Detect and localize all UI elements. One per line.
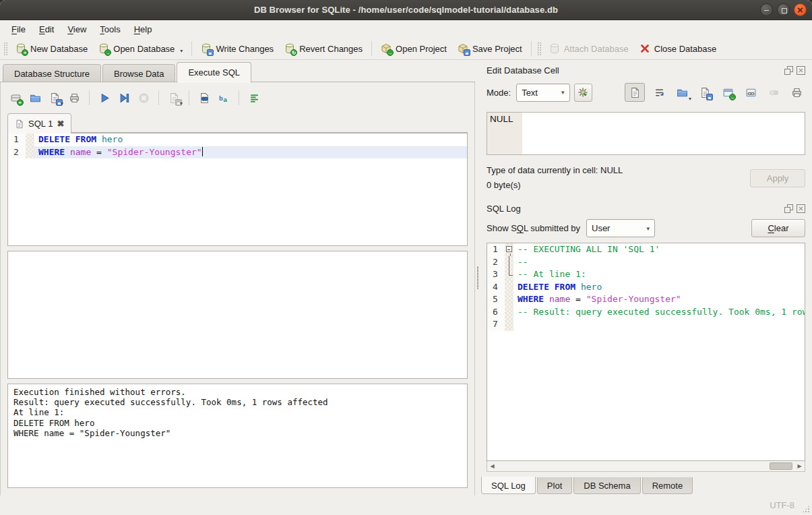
export-data-button[interactable] bbox=[696, 84, 714, 100]
scrollbar-thumb[interactable] bbox=[770, 462, 792, 470]
sql-log-panel-header: SQL Log bbox=[487, 204, 805, 214]
dropdown-arrow-icon: ▾ bbox=[180, 101, 183, 107]
chevron-down-icon: ▾ bbox=[561, 89, 565, 96]
menu-tools[interactable]: Tools bbox=[94, 22, 126, 36]
tab-database-structure[interactable]: Database Structure bbox=[3, 64, 101, 82]
sql-1-tab[interactable]: SQL 1 ✖ bbox=[7, 113, 71, 133]
gear-icon bbox=[577, 87, 588, 98]
open-in-app-button[interactable] bbox=[742, 84, 759, 100]
code-line: 2-- bbox=[487, 256, 805, 269]
execute-all-button[interactable] bbox=[96, 90, 113, 106]
dropdown-arrow-icon: ▾ bbox=[61, 101, 63, 107]
horizontal-scrollbar[interactable]: ◀ ▶ bbox=[487, 461, 805, 472]
open-in-external-button[interactable] bbox=[719, 84, 737, 100]
tab-execute-sql[interactable]: Execute SQL bbox=[177, 62, 251, 83]
database-open-icon bbox=[98, 43, 109, 54]
save-results-button[interactable]: ▾ bbox=[166, 90, 182, 106]
clear-log-button[interactable]: Clear bbox=[751, 219, 805, 237]
menu-help[interactable]: Help bbox=[128, 22, 158, 36]
project-save-icon bbox=[458, 43, 468, 54]
code-line: 1DELETE FROM hero bbox=[8, 133, 467, 146]
document-icon bbox=[15, 119, 24, 129]
code-line: 6-- Result: query executed successfully.… bbox=[487, 306, 805, 319]
code-line: 1-- EXECUTING ALL IN 'SQL 1' bbox=[487, 243, 805, 256]
close-database-button[interactable]: Close Database bbox=[634, 40, 722, 57]
title-bar: DB Browser for SQLite - /home/user/code/… bbox=[0, 0, 812, 20]
cell-editor-controls: Mode: Text ▾ ▾ bbox=[487, 82, 805, 102]
save-file-icon bbox=[49, 92, 61, 104]
close-window-button[interactable] bbox=[794, 3, 807, 16]
open-sql-file-button[interactable] bbox=[27, 90, 43, 106]
word-wrap-icon bbox=[654, 87, 665, 98]
scroll-right-icon[interactable]: ▶ bbox=[794, 461, 805, 471]
word-wrap-button[interactable] bbox=[650, 84, 668, 100]
float-panel-icon[interactable] bbox=[784, 204, 793, 213]
new-tab-icon bbox=[10, 92, 22, 104]
set-null-button[interactable] bbox=[765, 84, 782, 100]
splitter-handle[interactable] bbox=[7, 246, 468, 251]
print-cell-button[interactable] bbox=[788, 84, 805, 100]
close-panel-icon[interactable] bbox=[797, 204, 805, 213]
execution-message-pane[interactable]: Execution finished without errors. Resul… bbox=[7, 384, 468, 488]
text-mode-toggle[interactable] bbox=[625, 83, 645, 102]
scroll-left-icon[interactable]: ◀ bbox=[487, 461, 497, 471]
format-sql-button[interactable] bbox=[246, 90, 262, 106]
window-arrow-icon bbox=[722, 87, 734, 98]
execute-current-line-button[interactable] bbox=[116, 90, 132, 106]
mode-select[interactable]: Text ▾ bbox=[516, 84, 569, 102]
minimize-button[interactable] bbox=[760, 3, 773, 16]
play-to-line-icon bbox=[119, 92, 130, 104]
tab-browse-data[interactable]: Browse Data bbox=[102, 64, 175, 82]
revert-changes-button[interactable]: Revert Changes bbox=[279, 40, 368, 57]
vertical-splitter[interactable] bbox=[475, 60, 480, 495]
menu-file[interactable]: File bbox=[5, 22, 32, 36]
new-database-button[interactable]: New Database bbox=[10, 40, 93, 57]
resize-grip-icon[interactable] bbox=[802, 505, 810, 513]
attach-database-button[interactable]: Attach Database bbox=[544, 40, 634, 57]
import-data-button[interactable]: ▾ bbox=[673, 84, 691, 100]
menu-edit[interactable]: Edit bbox=[33, 22, 60, 36]
database-revert-icon bbox=[284, 43, 295, 54]
text-caret bbox=[202, 147, 203, 156]
new-sql-tab-button[interactable] bbox=[7, 90, 24, 106]
auto-complete-button[interactable] bbox=[216, 90, 232, 106]
save-project-button[interactable]: Save Project bbox=[452, 40, 528, 57]
stop-execution-button[interactable] bbox=[135, 90, 152, 106]
app-window: DB Browser for SQLite - /home/user/code/… bbox=[0, 0, 812, 515]
save-file-icon bbox=[699, 87, 711, 98]
print-sql-button[interactable] bbox=[66, 90, 82, 106]
apply-button[interactable]: Apply bbox=[750, 169, 805, 187]
sql-editor[interactable]: 1DELETE FROM hero2WHERE name = "Spider-Y… bbox=[7, 133, 468, 246]
menu-view[interactable]: View bbox=[61, 22, 92, 36]
write-changes-button[interactable]: Write Changes bbox=[195, 40, 279, 57]
format-lines-icon bbox=[249, 92, 260, 104]
close-panel-icon[interactable] bbox=[797, 66, 805, 75]
close-tab-icon[interactable]: ✖ bbox=[57, 119, 64, 129]
float-panel-icon[interactable] bbox=[784, 66, 793, 75]
toolbar-drag-handle[interactable] bbox=[537, 42, 542, 55]
maximize-button[interactable] bbox=[777, 3, 790, 16]
submitted-by-select[interactable]: User ▾ bbox=[586, 219, 655, 237]
tab-remote[interactable]: Remote bbox=[642, 477, 693, 494]
tab-plot[interactable]: Plot bbox=[537, 477, 572, 494]
tab-sql-log[interactable]: SQL Log bbox=[481, 477, 536, 494]
toolbar-drag-handle[interactable] bbox=[3, 42, 8, 55]
stop-icon bbox=[138, 92, 150, 104]
open-project-button[interactable]: Open Project bbox=[375, 40, 452, 57]
auto-apply-button[interactable] bbox=[574, 84, 592, 102]
sql-log-view[interactable]: 1-- EXECUTING ALL IN 'SQL 1'2--3-- At li… bbox=[487, 243, 805, 461]
sql-editor-tab-bar: SQL 1 ✖ bbox=[7, 112, 468, 133]
database-save-icon bbox=[201, 43, 212, 54]
results-table[interactable] bbox=[7, 251, 468, 379]
find-replace-button[interactable] bbox=[196, 90, 212, 106]
cell-value-editor[interactable]: NULL bbox=[487, 112, 805, 155]
tab-db-schema[interactable]: DB Schema bbox=[573, 477, 640, 494]
find-icon bbox=[199, 92, 210, 104]
encoding-indicator[interactable]: UTF-8 bbox=[770, 500, 794, 510]
cell-type-info: Type of data currently in cell: NULL bbox=[487, 163, 750, 178]
open-database-button[interactable]: Open Database ▾ bbox=[93, 40, 188, 57]
splitter-handle[interactable] bbox=[7, 379, 468, 384]
fold-collapse-icon bbox=[506, 246, 512, 252]
save-sql-file-button[interactable]: ▾ bbox=[46, 90, 63, 106]
cell-size-info: 0 byte(s) bbox=[487, 178, 750, 193]
